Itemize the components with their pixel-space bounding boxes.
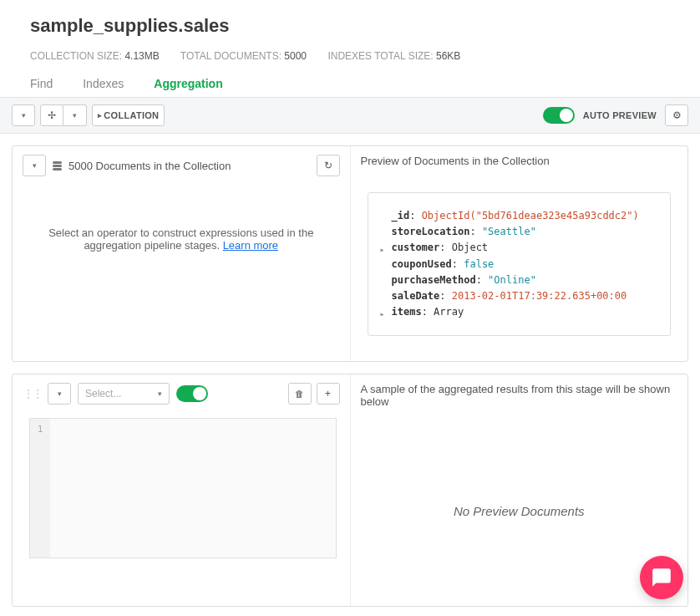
total-documents-value: 5000 — [284, 50, 307, 62]
chevron-down-icon: ▾ — [22, 111, 26, 120]
tab-indexes[interactable]: Indexes — [83, 77, 124, 90]
collection-stats: COLLECTION SIZE: 4.13MB TOTAL DOCUMENTS:… — [30, 50, 670, 62]
stage-collapse-button[interactable]: ▾ — [48, 383, 71, 405]
source-panel: ▾ 5000 Documents in the Collection ↻ Sel… — [12, 145, 688, 362]
tabs: Find Indexes Aggregation — [30, 77, 670, 97]
no-preview-message: No Preview Documents — [351, 416, 688, 606]
stage-panel: ⋮⋮ ▾ Select...▾ 🗑 + 1 A sample of the ag… — [12, 374, 688, 607]
chevron-down-icon: ▾ — [73, 111, 77, 120]
operator-select[interactable]: Select...▾ — [78, 383, 170, 405]
settings-button[interactable]: ⚙ — [665, 104, 688, 126]
learn-more-link[interactable]: Learn more — [223, 239, 278, 252]
chevron-down-icon: ▾ — [58, 389, 62, 398]
page-title: sample_supplies.sales — [30, 15, 670, 37]
auto-preview-toggle[interactable] — [543, 107, 575, 124]
stage-preview-header: A sample of the aggregated results from … — [351, 374, 688, 416]
line-number: 1 — [38, 424, 43, 435]
preview-header: Preview of Documents in the Collection — [351, 146, 688, 176]
toolbar: ▾ ✢ ▾ ▸COLLATION AUTO PREVIEW ⚙ — [0, 97, 700, 134]
document-preview: _id: ObjectId("5bd761deae323e45a93cddc2"… — [368, 192, 672, 336]
pipeline-hint: Select an operator to construct expressi… — [13, 185, 350, 302]
select-placeholder: Select... — [85, 388, 121, 400]
stage-toggle[interactable] — [176, 385, 208, 402]
collection-size-label: COLLECTION SIZE: — [30, 50, 122, 62]
stage-editor[interactable]: 1 — [29, 418, 337, 558]
gear-add-icon: ✢ — [48, 109, 56, 121]
collation-button[interactable]: ▸COLLATION — [92, 104, 165, 126]
add-stage-inline-button[interactable]: + — [317, 383, 340, 405]
index-size-value: 56KB — [436, 50, 460, 62]
dropdown-button[interactable]: ▾ — [12, 104, 35, 126]
tab-aggregation[interactable]: Aggregation — [154, 77, 222, 90]
auto-preview-label: AUTO PREVIEW — [583, 110, 657, 120]
doc-count-label: 5000 Documents in the Collection — [68, 160, 231, 172]
source-panel-header: ▾ 5000 Documents in the Collection ↻ — [13, 146, 350, 185]
new-pipeline-button[interactable]: ✢ — [40, 104, 63, 126]
expand-icon[interactable]: ▸ — [380, 308, 385, 321]
chevron-down-icon: ▾ — [158, 389, 162, 398]
header: sample_supplies.sales COLLECTION SIZE: 4… — [0, 0, 700, 97]
refresh-icon: ↻ — [324, 160, 332, 171]
expand-icon[interactable]: ▸ — [380, 243, 385, 257]
total-documents-label: TOTAL DOCUMENTS: — [180, 50, 282, 62]
collection-size-value: 4.13MB — [124, 50, 159, 62]
tab-find[interactable]: Find — [30, 77, 53, 90]
drag-handle-icon[interactable]: ⋮⋮ — [23, 387, 41, 400]
caret-right-icon: ▸ — [98, 111, 102, 120]
chat-button[interactable] — [640, 556, 683, 599]
chat-icon — [651, 567, 672, 588]
plus-icon: + — [325, 388, 331, 400]
gear-icon: ⚙ — [672, 109, 682, 121]
delete-stage-button[interactable]: 🗑 — [288, 383, 312, 405]
stage-header: ⋮⋮ ▾ Select...▾ 🗑 + — [13, 374, 350, 413]
refresh-button[interactable]: ↻ — [317, 155, 340, 176]
pipeline-menu-button[interactable]: ▾ — [63, 104, 87, 126]
chevron-down-icon: ▾ — [33, 161, 37, 170]
collapse-button[interactable]: ▾ — [23, 155, 46, 176]
trash-icon: 🗑 — [295, 389, 304, 399]
content: ▾ 5000 Documents in the Collection ↻ Sel… — [0, 134, 700, 616]
database-icon — [53, 161, 62, 171]
index-size-label: INDEXES TOTAL SIZE: — [327, 50, 433, 62]
editor-gutter: 1 — [30, 419, 50, 557]
collation-label: COLLATION — [104, 110, 159, 120]
